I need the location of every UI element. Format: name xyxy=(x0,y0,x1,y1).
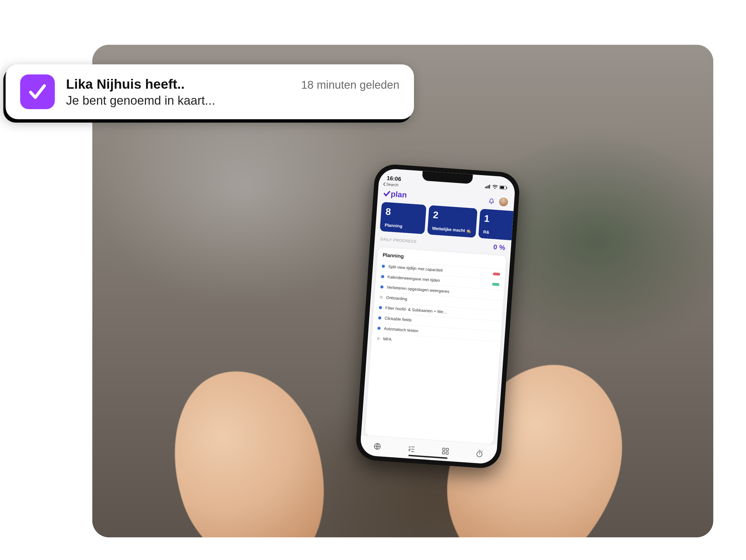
svg-point-13 xyxy=(477,451,482,457)
tile-label: R& xyxy=(483,229,514,237)
list-item-label: Kalenderweergave met tijden xyxy=(388,275,440,283)
svg-point-4 xyxy=(494,188,495,189)
tile-number: 1 xyxy=(484,213,514,226)
signal-icon xyxy=(485,185,491,189)
notification-body: Lika Nijhuis heeft.. 18 minuten geleden … xyxy=(66,76,399,108)
list-item-label: MFA xyxy=(383,337,392,342)
progress-label: DAILY PROGRESS xyxy=(380,237,417,244)
tile-number: 2 xyxy=(433,209,473,223)
tile-planning[interactable]: 8 Planning xyxy=(380,202,427,234)
svg-rect-7 xyxy=(507,187,507,189)
svg-rect-6 xyxy=(500,186,504,189)
list-item-label: Onboarding xyxy=(386,295,407,301)
app-icon xyxy=(20,75,55,109)
avatar[interactable] xyxy=(498,196,509,207)
planning-card: Planning Split view tijdlijn met capacit… xyxy=(365,247,507,444)
check-icon xyxy=(383,190,391,197)
checklist-icon[interactable] xyxy=(407,444,415,453)
phone-screen: 16:06 Search plan xyxy=(360,168,516,465)
tile-wettelijke-macht[interactable]: 2 Wettelijke macht 🧙 xyxy=(427,205,478,238)
svg-rect-2 xyxy=(488,185,489,188)
svg-rect-9 xyxy=(442,448,445,450)
list-item-label: Split view tijdlijn met capaciteit xyxy=(388,264,443,273)
notification-title: Lika Nijhuis heeft.. xyxy=(66,76,184,92)
list-item-label: Automatisch testen xyxy=(384,326,419,333)
vplan-logo[interactable]: plan xyxy=(383,189,407,199)
list-item-label: Clickable fields xyxy=(384,316,412,323)
back-label: Search xyxy=(386,182,399,187)
status-pill-green xyxy=(492,283,499,286)
bell-icon[interactable] xyxy=(488,198,494,204)
tile-number: 8 xyxy=(385,206,422,219)
push-notification[interactable]: Lika Nijhuis heeft.. 18 minuten geleden … xyxy=(6,64,414,119)
stopwatch-icon[interactable] xyxy=(475,449,484,457)
status-pill-red xyxy=(493,272,500,276)
notification-subtitle: Je bent genoemd in kaart... xyxy=(66,93,399,108)
svg-rect-10 xyxy=(446,448,449,451)
chevron-left-icon xyxy=(383,182,386,186)
progress-percent: 0 % xyxy=(493,243,506,252)
tile-label: Wettelijke macht 🧙 xyxy=(432,226,471,234)
list-item-label: Verbeteren opgeslagen weergaves xyxy=(386,285,450,294)
svg-rect-3 xyxy=(489,185,490,189)
svg-rect-0 xyxy=(485,187,486,188)
phone-frame: 16:06 Search plan xyxy=(355,163,521,469)
brand-text: plan xyxy=(391,190,407,199)
svg-rect-12 xyxy=(446,452,449,454)
check-icon xyxy=(27,81,48,102)
battery-icon xyxy=(499,185,508,190)
tile-rd[interactable]: 1 R& xyxy=(478,209,514,241)
grid-icon[interactable] xyxy=(441,447,450,455)
tile-label: Planning xyxy=(384,223,421,230)
svg-rect-1 xyxy=(486,186,487,188)
wifi-icon xyxy=(492,185,498,189)
globe-icon[interactable] xyxy=(373,442,381,451)
list-item-label: Filter hoofd- & Subkaarten + We… xyxy=(385,306,447,314)
status-time: 16:06 xyxy=(386,175,401,183)
notification-time: 18 minuten geleden xyxy=(301,79,399,91)
svg-rect-11 xyxy=(442,451,445,454)
